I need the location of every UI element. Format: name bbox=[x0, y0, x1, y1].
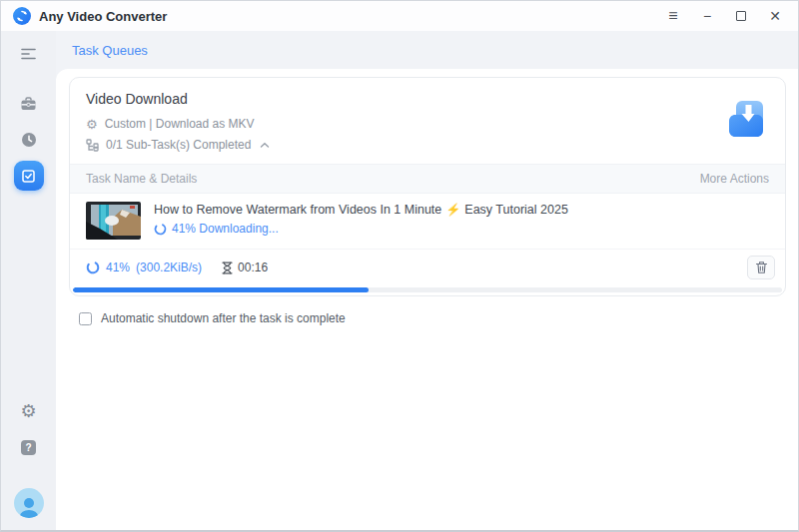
task-status: 41% Downloading... bbox=[154, 222, 568, 236]
download-speed: (300.2KiB/s) bbox=[136, 261, 202, 274]
video-thumbnail bbox=[86, 202, 141, 240]
close-button[interactable]: ✕ bbox=[762, 3, 788, 29]
table-header: Task Name & Details More Actions bbox=[70, 164, 785, 194]
collapse-menu-icon[interactable] bbox=[14, 39, 44, 69]
progress-row: 41% (300.2KiB/s) 00:16 bbox=[70, 249, 785, 285]
task-title-suffix: Easy Tutorial 2025 bbox=[464, 203, 568, 217]
progress-bar bbox=[73, 287, 782, 292]
progress-fill bbox=[73, 287, 369, 292]
task-row[interactable]: How to Remove Watermark from Videos In 1… bbox=[70, 194, 785, 249]
status-text: 41% Downloading... bbox=[172, 222, 279, 236]
subtask-text: 0/1 Sub-Task(s) Completed bbox=[106, 138, 251, 152]
gear-glyph: ⚙ bbox=[20, 402, 36, 420]
trash-icon bbox=[755, 261, 768, 274]
task-title-main: How to Remove Watermark from Videos In 1… bbox=[154, 203, 441, 217]
app-title: Any Video Converter bbox=[39, 9, 167, 24]
progress-percent: 41% bbox=[106, 261, 130, 274]
history-clock-icon[interactable] bbox=[14, 125, 44, 155]
help-glyph: ? bbox=[21, 440, 36, 455]
main-area: Task Queues Video Download ⚙ Custom | Do… bbox=[56, 31, 798, 530]
app-window: Any Video Converter ≡ − ✕ ⚙ ? bbox=[0, 0, 799, 532]
col-task-name: Task Name & Details bbox=[86, 172, 197, 186]
download-task-card: Video Download ⚙ Custom | Download as MK… bbox=[69, 77, 786, 296]
eta-text: 00:16 bbox=[238, 261, 268, 274]
shutdown-label: Automatic shutdown after the task is com… bbox=[101, 311, 346, 325]
user-avatar[interactable] bbox=[14, 488, 44, 518]
subtask-tree-icon bbox=[86, 139, 99, 152]
minimize-button[interactable]: − bbox=[694, 3, 720, 29]
task-group-title: Video Download bbox=[86, 91, 769, 107]
progress-info: 41% (300.2KiB/s) 00:16 bbox=[86, 261, 268, 274]
help-icon[interactable]: ? bbox=[14, 432, 44, 462]
sidebar: ⚙ ? bbox=[1, 31, 56, 530]
profile-gear-icon: ⚙ bbox=[86, 118, 98, 131]
lightning-icon: ⚡ bbox=[445, 203, 460, 217]
maximize-button[interactable] bbox=[728, 3, 754, 29]
task-title: How to Remove Watermark from Videos In 1… bbox=[154, 203, 568, 217]
subtask-row[interactable]: 0/1 Sub-Task(s) Completed bbox=[86, 138, 769, 152]
download-inbox-icon bbox=[725, 98, 767, 140]
settings-gear-icon[interactable]: ⚙ bbox=[14, 396, 44, 426]
app-logo-icon bbox=[13, 7, 31, 25]
col-more-actions[interactable]: More Actions bbox=[700, 172, 769, 186]
hourglass-icon bbox=[222, 262, 233, 274]
shutdown-option: Automatic shutdown after the task is com… bbox=[79, 311, 786, 325]
profile-text: Custom | Download as MKV bbox=[105, 117, 255, 131]
eta-group: 00:16 bbox=[222, 261, 268, 274]
maximize-icon bbox=[736, 11, 746, 21]
spinner-icon bbox=[154, 223, 167, 236]
menu-icon[interactable]: ≡ bbox=[660, 3, 686, 29]
content-panel: Video Download ⚙ Custom | Download as MK… bbox=[56, 69, 798, 530]
nav-strip: Task Queues bbox=[56, 31, 798, 69]
shutdown-checkbox[interactable] bbox=[79, 312, 92, 325]
card-header: Video Download ⚙ Custom | Download as MK… bbox=[70, 78, 785, 164]
tab-task-queues[interactable]: Task Queues bbox=[64, 39, 156, 62]
spinner-icon bbox=[86, 261, 100, 274]
task-queue-active-icon[interactable] bbox=[14, 161, 44, 191]
profile-row: ⚙ Custom | Download as MKV bbox=[86, 117, 769, 131]
task-text-block: How to Remove Watermark from Videos In 1… bbox=[154, 202, 568, 236]
delete-task-button[interactable] bbox=[747, 256, 775, 279]
toolbox-icon[interactable] bbox=[14, 89, 44, 119]
chevron-up-icon[interactable] bbox=[260, 142, 270, 149]
titlebar: Any Video Converter ≡ − ✕ bbox=[1, 1, 798, 31]
